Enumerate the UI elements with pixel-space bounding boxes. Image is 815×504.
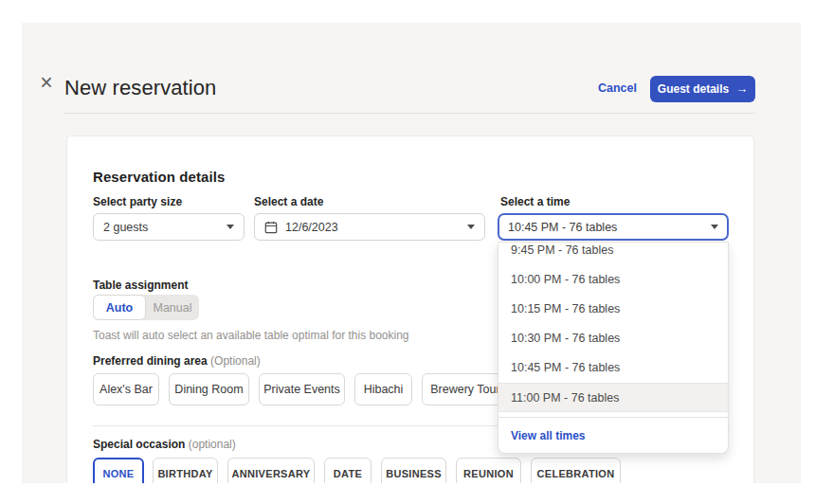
- time-option[interactable]: 10:15 PM - 76 tables: [498, 295, 728, 324]
- occasion-chip[interactable]: CELEBRATION: [531, 458, 621, 483]
- card-heading: Reservation details: [93, 169, 225, 185]
- chevron-down-icon: [226, 225, 234, 229]
- guest-details-button[interactable]: Guest details →: [650, 76, 755, 102]
- time-option[interactable]: 10:45 PM - 76 tables: [498, 353, 728, 383]
- table-assignment-label: Table assignment: [93, 279, 188, 292]
- reservation-details-card: Reservation details Select party size Se…: [66, 135, 754, 483]
- time-select[interactable]: 10:45 PM - 76 tables: [498, 213, 729, 241]
- occasion-chip[interactable]: ANNIVERSARY: [227, 458, 315, 483]
- dining-chip[interactable]: Dining Room: [169, 373, 249, 405]
- close-icon[interactable]: ×: [34, 70, 59, 95]
- guest-details-label: Guest details: [658, 82, 729, 96]
- table-assignment-toggle: Auto Manual: [93, 295, 199, 320]
- dining-chip[interactable]: Alex's Bar: [93, 373, 159, 405]
- occasion-chip[interactable]: BIRTHDAY: [153, 458, 218, 483]
- time-dropdown-panel: 9:45 PM - 76 tables 10:00 PM - 76 tables…: [498, 242, 729, 454]
- dining-area-label: Preferred dining area (Optional): [93, 354, 261, 368]
- calendar-icon: [264, 221, 278, 234]
- dining-chip[interactable]: Hibachi: [354, 373, 412, 405]
- new-reservation-modal: × New reservation Cancel Guest details →…: [22, 23, 801, 483]
- dining-chip[interactable]: Private Events: [259, 373, 345, 405]
- chevron-down-icon: [467, 225, 475, 229]
- optional-text: (Optional): [210, 354, 261, 368]
- occasion-chip[interactable]: REUNION: [456, 458, 521, 483]
- date-label: Select a date: [254, 195, 323, 208]
- cancel-button[interactable]: Cancel: [598, 81, 640, 95]
- view-all-times-link[interactable]: View all times: [511, 429, 586, 442]
- party-size-label: Select party size: [93, 195, 182, 208]
- party-size-select[interactable]: 2 guests: [93, 213, 244, 241]
- dining-chip[interactable]: Brewery Tour: [422, 373, 509, 405]
- time-option[interactable]: 9:45 PM - 76 tables: [498, 242, 728, 265]
- time-option-highlighted[interactable]: 11:00 PM - 76 tables: [498, 383, 728, 412]
- party-size-value: 2 guests: [103, 221, 226, 234]
- time-label: Select a time: [500, 195, 570, 208]
- page: × New reservation Cancel Guest details →…: [0, 0, 815, 504]
- time-option[interactable]: 10:30 PM - 76 tables: [498, 324, 728, 353]
- time-value: 10:45 PM - 76 tables: [508, 221, 711, 234]
- arrow-right-icon: →: [735, 81, 748, 96]
- occasion-chip[interactable]: DATE: [324, 458, 371, 483]
- date-value: 12/6/2023: [285, 221, 460, 234]
- dropdown-footer: View all times: [498, 417, 728, 453]
- table-assignment-helper: Toast will auto select an available tabl…: [93, 329, 409, 342]
- header-divider: [64, 113, 755, 114]
- optional-text: (optional): [189, 438, 236, 451]
- page-title: New reservation: [64, 76, 216, 100]
- time-option[interactable]: 10:00 PM - 76 tables: [498, 265, 728, 295]
- occasion-label: Special occasion (optional): [93, 438, 236, 451]
- date-select[interactable]: 12/6/2023: [254, 213, 485, 241]
- occasion-chip-selected[interactable]: NONE: [93, 458, 144, 483]
- occasion-chip[interactable]: BUSINESS: [381, 458, 446, 483]
- toggle-manual[interactable]: Manual: [146, 295, 199, 320]
- toggle-auto[interactable]: Auto: [93, 295, 146, 320]
- chevron-down-icon: [711, 225, 718, 229]
